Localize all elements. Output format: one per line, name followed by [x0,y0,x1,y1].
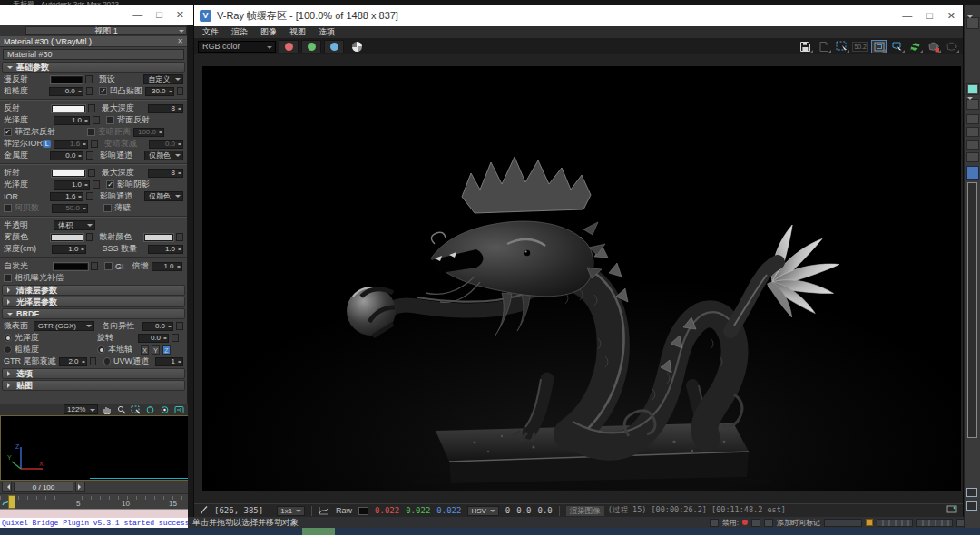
rotation-map-button[interactable] [172,334,179,342]
uvw-channel-spinner[interactable]: 1 [155,357,183,366]
zoom-extents-icon[interactable] [144,404,156,414]
current-frame-display[interactable]: 0 / 100 [14,482,74,492]
render-image[interactable] [202,66,961,491]
listener-message-row[interactable]: Quixel Bridge Plugin v5.3.1 started succ… [0,518,188,528]
dropdown-button[interactable] [966,17,979,29]
hsv-dropdown[interactable]: HSV [467,506,498,516]
depth-spinner[interactable]: 1.0 [52,245,87,254]
abbe-spinner[interactable]: 50.0 [52,204,88,213]
menu-render[interactable]: 渲染 [231,26,248,38]
track-bar[interactable]: 5 10 15 [0,493,189,509]
menu-image[interactable]: 图像 [260,26,277,38]
sample-size-dropdown[interactable]: 1x1 [277,506,305,516]
rollout-coat-params[interactable]: 清漆层参数 [2,285,185,296]
dimdist-spinner[interactable]: 100.0 [133,128,164,137]
zoom-magnifier-icon[interactable] [115,404,127,414]
diffuse-map-button[interactable] [85,75,93,83]
clear-image-icon[interactable] [816,40,831,54]
backface-checkbox[interactable]: ✓ [106,116,114,124]
render-icon[interactable] [926,40,941,54]
metalness-spinner[interactable]: 0.0 [50,151,84,160]
preset-dropdown[interactable]: 自定义 [143,74,183,84]
maximize-icon[interactable]: □ [926,10,933,22]
roughness-radio[interactable] [4,345,12,354]
color-clamp-icon[interactable]: 50.2 [852,42,868,52]
metalness-map-button[interactable] [86,151,93,160]
fog-map-button[interactable] [86,233,93,241]
rotation-spinner[interactable]: 0.0 [138,334,169,343]
multiplier-spinner[interactable]: 1.0 [152,262,182,271]
translucency-dropdown[interactable]: 体积 [54,220,95,230]
maximize-icon[interactable]: □ [156,10,162,20]
next-frame-button[interactable] [75,482,85,492]
taskbar-app-segment[interactable] [302,528,335,535]
menu-file[interactable]: 文件 [202,26,219,38]
show-region-frame-icon[interactable] [871,40,887,54]
refract-affect-dropdown[interactable]: 仅颜色 [144,191,183,201]
vertical-slider[interactable] [967,182,977,438]
abbe-checkbox[interactable]: ✓ [4,204,12,212]
vfb-titlebar[interactable]: V V-Ray 帧缓存区 - [100.0% of 1488 x 837] — … [194,5,963,26]
tool-button[interactable] [966,140,979,150]
loop-icon[interactable] [764,519,773,527]
roughness-map-button[interactable] [86,87,93,95]
fresnel-ior-lock-button[interactable]: L [43,140,51,148]
menu-view[interactable]: 视图 [289,26,306,38]
bump-map-button[interactable] [177,87,183,95]
scatter-map-button[interactable] [176,233,183,241]
bump-checkbox[interactable]: ✓ [99,87,106,95]
previous-frame-button[interactable] [2,482,12,492]
windows-taskbar[interactable] [0,528,980,535]
zoom-region-icon[interactable] [130,404,142,414]
refract-gloss-spinner[interactable]: 1.0 [54,180,90,190]
zoom-extents-selected-icon[interactable] [159,404,171,414]
fresnel-ior-map-button[interactable] [91,140,98,148]
local-axis-radio[interactable] [97,345,105,354]
mute-icon[interactable] [751,519,760,527]
refract-gloss-map-button[interactable] [93,180,100,189]
refract-maxdepth-spinner[interactable]: 8 [148,169,183,178]
uvw-channel-radio[interactable] [103,357,111,365]
red-channel-button[interactable] [279,40,299,54]
rollout-sheen-params[interactable]: 光泽层参数 [2,297,185,307]
selfillum-map-button[interactable] [91,262,98,270]
selfillum-color-swatch[interactable] [54,263,88,270]
fog-color-swatch[interactable] [51,234,83,241]
affect-shadows-checkbox[interactable]: ✓ [106,180,114,189]
editor-zoom-dropdown[interactable]: 122% [64,404,98,414]
dimdist-checkbox[interactable]: ✓ [87,128,95,136]
reflect-gloss-spinner[interactable]: 1.0 [54,116,90,125]
blue-channel-button[interactable] [324,40,344,54]
anisotropy-spinner[interactable]: 0.0 [142,322,173,331]
track-mouse-icon[interactable] [889,40,905,54]
sss-spinner[interactable]: 1.0 [148,245,183,254]
maxscript-mini-listener[interactable] [0,509,190,518]
reflect-color-swatch[interactable] [52,105,85,112]
set-key-icon[interactable] [866,519,873,526]
channel-dropdown[interactable]: RGB color [198,41,276,53]
reflect-map-button[interactable] [88,104,95,112]
selected-button[interactable] [916,519,953,527]
diffuse-color-swatch[interactable] [51,76,83,83]
rollout-options[interactable]: 选项 [2,368,185,379]
tool-button[interactable] [966,152,979,162]
thin-walled-checkbox[interactable]: ✓ [103,204,112,212]
color-swatch-button[interactable] [966,83,979,95]
minimize-icon[interactable]: — [132,10,142,20]
menu-options[interactable]: 选项 [318,26,335,38]
close-icon[interactable]: ✕ [177,37,183,45]
axis-y-button[interactable]: Y [152,345,160,355]
gtr-falloff-map-button[interactable] [90,357,96,365]
tray-icon[interactable] [966,488,977,497]
active-tool-button[interactable] [966,166,979,180]
refract-map-button[interactable] [88,169,95,177]
rollout-maps[interactable]: 贴图 [2,380,185,391]
close-icon[interactable]: ✕ [176,10,184,20]
fresnel-checkbox[interactable]: ✓ [4,128,12,136]
minimize-icon[interactable]: — [902,10,912,22]
anisotropy-map-button[interactable] [176,322,183,330]
alpha-channel-icon[interactable] [352,42,362,52]
ior-map-button[interactable] [86,192,93,200]
rollout-brdf[interactable]: BRDF [2,308,185,319]
bump-spinner[interactable]: 30.0 [145,87,174,96]
